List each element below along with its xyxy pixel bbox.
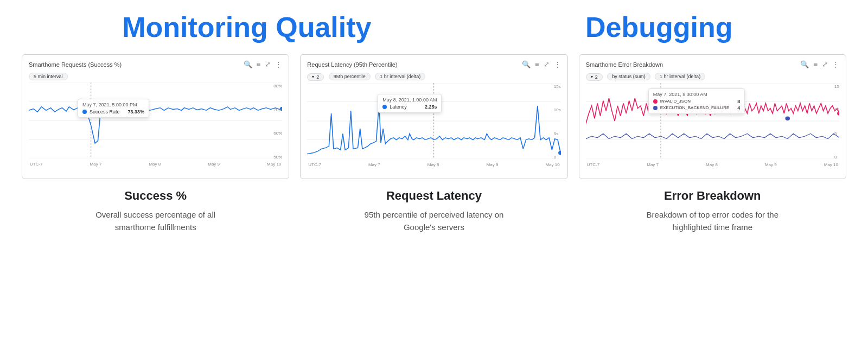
- column-errors: Smarthome Error Breakdown 🔍 ≡ ⤢ ⋮ ▾ 2 by…: [579, 54, 846, 234]
- y-labels-errors: 15 10 5 0: [834, 83, 839, 161]
- expand-icon-errors[interactable]: ⤢: [822, 60, 828, 68]
- chip-interval-success[interactable]: 5 min interval: [29, 73, 68, 80]
- column-success: Smarthome Requests (Success %) 🔍 ≡ ⤢ ⋮ 5…: [22, 54, 289, 234]
- label-errors: Error Breakdown: [664, 189, 761, 203]
- expand-icon-latency[interactable]: ⤢: [544, 60, 550, 68]
- legend-icon[interactable]: ≡: [257, 60, 261, 68]
- search-icon[interactable]: 🔍: [244, 60, 252, 68]
- expand-icon[interactable]: ⤢: [265, 60, 271, 68]
- chip-filter-errors[interactable]: ▾ 2: [586, 73, 603, 81]
- tooltip-errors: May 7, 2021, 8:30:00 AM INVALID_JSON 8 E…: [648, 88, 745, 114]
- more-icon[interactable]: ⋮: [275, 60, 282, 68]
- chart-title-latency: Request Latency (95th Percentile): [307, 61, 397, 68]
- tooltip-dot-success: [82, 110, 87, 114]
- chip-filter-latency[interactable]: ▾ 2: [307, 73, 324, 81]
- debugging-title: Debugging: [572, 11, 746, 43]
- chart-icons-latency: 🔍 ≡ ⤢ ⋮: [522, 60, 561, 68]
- chip-interval-latency[interactable]: 1 hr interval (delta): [375, 73, 425, 80]
- chip-percentile[interactable]: 95th percentile: [329, 73, 371, 80]
- chip-interval-errors[interactable]: 1 hr interval (delta): [655, 73, 705, 80]
- svg-point-21: [785, 116, 789, 120]
- more-icon-errors[interactable]: ⋮: [832, 60, 839, 68]
- chart-title-success: Smarthome Requests (Success %): [29, 61, 122, 68]
- search-icon-errors[interactable]: 🔍: [800, 60, 809, 68]
- label-latency: Request Latency: [386, 189, 482, 203]
- y-labels-success: 80% 70% 60% 50%: [273, 82, 282, 161]
- legend-icon-latency[interactable]: ≡: [535, 60, 539, 68]
- tooltip-dot-latency: [382, 105, 387, 109]
- desc-success: Overall success percentage of all smarth…: [74, 208, 237, 234]
- chart-box-errors: Smarthome Error Breakdown 🔍 ≡ ⤢ ⋮ ▾ 2 by…: [579, 54, 846, 179]
- x-labels-latency: UTC-7 May 7 May 8 May 9 May 10: [307, 162, 560, 167]
- chart-icons-errors: 🔍 ≡ ⤢ ⋮: [800, 60, 839, 68]
- chart-box-success: Smarthome Requests (Success %) 🔍 ≡ ⤢ ⋮ 5…: [22, 54, 289, 179]
- columns-container: Smarthome Requests (Success %) 🔍 ≡ ⤢ ⋮ 5…: [22, 54, 846, 234]
- chart-svg-success: [29, 82, 282, 158]
- x-labels-errors: UTC-7 May 7 May 8 May 9 May 10: [586, 162, 839, 167]
- chart-box-latency: Request Latency (95th Percentile) 🔍 ≡ ⤢ …: [300, 54, 567, 179]
- chart-title-errors: Smarthome Error Breakdown: [586, 61, 663, 68]
- tooltip-success: May 7, 2021, 5:00:00 PM Success Rate 73.…: [78, 99, 149, 118]
- legend-icon-errors[interactable]: ≡: [813, 60, 818, 68]
- label-success: Success %: [124, 189, 187, 203]
- column-latency: Request Latency (95th Percentile) 🔍 ≡ ⤢ …: [300, 54, 567, 234]
- desc-errors: Breakdown of top error codes for the hig…: [631, 208, 794, 234]
- tooltip-dot-invalid: [653, 99, 658, 104]
- tooltip-latency: May 8, 2021, 1:00:00 AM Latency 2.25s: [378, 94, 442, 113]
- desc-latency: 95th percentile of perceived latency on …: [353, 208, 515, 234]
- search-icon-latency[interactable]: 🔍: [522, 60, 531, 68]
- monitoring-quality-title: Monitoring Quality: [122, 11, 371, 43]
- tooltip-dot-exec: [653, 106, 658, 110]
- y-labels-latency: 15s 10s 5s 0: [554, 83, 561, 161]
- more-icon-latency[interactable]: ⋮: [554, 60, 561, 68]
- chart-icons-success: 🔍 ≡ ⤢ ⋮: [244, 60, 283, 68]
- x-labels-success: UTC-7 May 7 May 8 May 9 May 10: [29, 162, 282, 167]
- chip-status-sum[interactable]: by status (sum): [607, 73, 650, 80]
